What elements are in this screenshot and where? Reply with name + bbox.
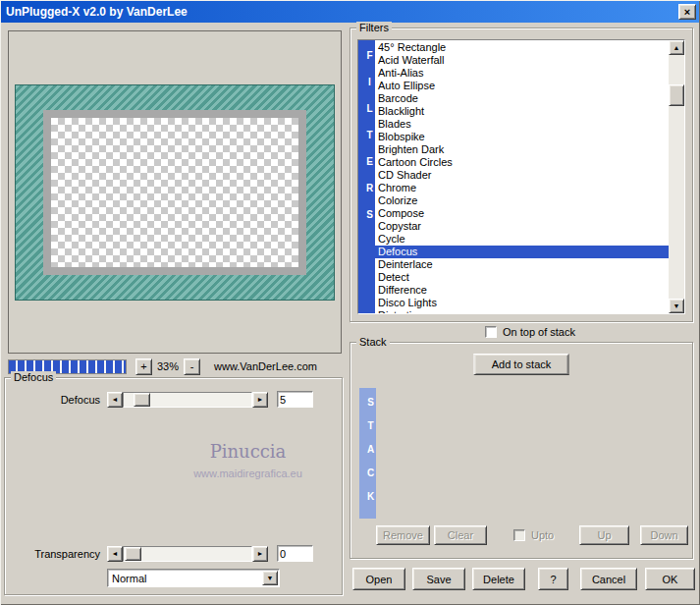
- zoom-out-button[interactable]: -: [184, 358, 200, 375]
- filter-item[interactable]: Blobspike: [375, 131, 669, 143]
- filter-item[interactable]: Deinterlace: [375, 258, 669, 271]
- filters-inner: FILTERS 45° RectangleAcid WaterfallAnti-…: [357, 39, 685, 314]
- cancel-button[interactable]: Cancel: [580, 568, 637, 590]
- vendor-website: www.VanDerLee.com: [214, 360, 317, 372]
- defocus-label: Defocus: [11, 394, 107, 406]
- preview-panel[interactable]: [8, 30, 342, 354]
- remove-button: Remove: [376, 525, 430, 545]
- filter-item[interactable]: Colorize: [375, 194, 669, 207]
- upto-checkbox: [513, 529, 525, 541]
- defocus-slider-thumb[interactable]: [134, 393, 150, 407]
- plugin-dialog: UnPlugged-X v2.0 by VanDerLee × + 33% - …: [0, 0, 700, 605]
- help-button[interactable]: ?: [538, 568, 568, 590]
- defocus-param-row: Defocus ◄ ►: [11, 391, 336, 408]
- watermark-url: www.maidiregrafica.eu: [152, 468, 344, 479]
- defocus-slider-right-arrow-icon[interactable]: ►: [252, 392, 268, 408]
- defocus-group: Defocus Defocus ◄ ► Pinuccia www.maidire…: [4, 377, 343, 595]
- blend-mode-value: Normal: [112, 573, 146, 584]
- filter-item[interactable]: Auto Ellipse: [375, 80, 669, 92]
- zoom-in-button[interactable]: +: [135, 358, 152, 375]
- defocus-slider-left-arrow-icon[interactable]: ◄: [107, 392, 123, 408]
- scroll-up-icon[interactable]: ▲: [669, 40, 684, 55]
- zoom-row: + 33% - www.VanDerLee.com: [8, 358, 342, 375]
- footer-buttons: Open Save Delete ? Cancel OK: [352, 568, 695, 590]
- transparency-label: Transparency: [11, 548, 107, 560]
- filter-item[interactable]: Anti-Alias: [375, 67, 669, 80]
- up-button: Up: [579, 525, 629, 545]
- stack-group: Stack Add to stack STACK Remove Clear Up…: [350, 342, 693, 559]
- open-button[interactable]: Open: [352, 568, 405, 590]
- filter-item[interactable]: Blacklight: [375, 105, 669, 118]
- filter-item[interactable]: CD Shader: [375, 169, 669, 182]
- blend-mode-row: Normal ▼: [107, 569, 280, 587]
- filters-listbox: FILTERS 45° RectangleAcid WaterfallAnti-…: [357, 39, 685, 314]
- on-top-of-stack-checkbox[interactable]: [485, 326, 497, 338]
- filter-item[interactable]: Disco Lights: [375, 297, 669, 309]
- filters-scrollbar[interactable]: ▲ ▼: [669, 40, 684, 313]
- filter-item[interactable]: Copystar: [375, 220, 669, 233]
- zoom-value: 33%: [152, 360, 184, 372]
- filters-group-title: Filters: [356, 22, 392, 33]
- filter-item[interactable]: Difference: [375, 284, 669, 297]
- close-button[interactable]: ×: [678, 4, 696, 20]
- save-button[interactable]: Save: [412, 568, 465, 590]
- down-button: Down: [640, 525, 688, 545]
- ok-button[interactable]: OK: [645, 568, 695, 590]
- transparency-slider-left-arrow-icon[interactable]: ◄: [107, 546, 123, 562]
- watermark: Pinuccia www.maidiregrafica.eu: [152, 441, 344, 479]
- transparency-slider-right-arrow-icon[interactable]: ►: [252, 546, 268, 562]
- filters-group: Filters FILTERS 45° RectangleAcid Waterf…: [350, 28, 693, 322]
- filter-item[interactable]: Defocus: [375, 246, 669, 258]
- clear-button: Clear: [434, 525, 487, 545]
- window-title: UnPlugged-X v2.0 by VanDerLee: [6, 5, 188, 19]
- stack-group-title: Stack: [356, 336, 390, 348]
- watermark-name: Pinuccia: [152, 441, 344, 462]
- upto-row: Upto: [513, 529, 554, 541]
- filters-list: 45° RectangleAcid WaterfallAnti-AliasAut…: [375, 40, 669, 313]
- filter-item[interactable]: Cycle: [375, 233, 669, 246]
- close-icon: ×: [684, 6, 690, 18]
- filter-item[interactable]: Distortion: [375, 309, 669, 313]
- filter-item[interactable]: Barcode: [375, 92, 669, 105]
- transparency-slider-track[interactable]: [123, 546, 252, 562]
- transparency-value-input[interactable]: [277, 545, 313, 562]
- defocus-value-input[interactable]: [277, 391, 313, 408]
- transparency-param-row: Transparency ◄ ►: [11, 545, 336, 562]
- transparency-checkerboard: [43, 110, 306, 275]
- filter-item[interactable]: Acid Waterfall: [375, 54, 669, 67]
- filter-item[interactable]: Compose: [375, 207, 669, 220]
- scrollbar-thumb[interactable]: [669, 84, 684, 106]
- scrollbar-track[interactable]: [669, 55, 684, 299]
- transparency-slider-thumb[interactable]: [125, 547, 141, 561]
- stack-vertical-label: STACK: [359, 388, 376, 519]
- blend-mode-combobox[interactable]: Normal ▼: [107, 569, 280, 587]
- defocus-group-title: Defocus: [11, 371, 56, 383]
- defocus-slider-track[interactable]: [123, 392, 252, 408]
- filter-item[interactable]: Chrome: [375, 182, 669, 194]
- scroll-down-icon[interactable]: ▼: [669, 299, 684, 313]
- filter-item[interactable]: Detect: [375, 271, 669, 284]
- on-top-of-stack-row: On top of stack: [485, 326, 575, 338]
- add-to-stack-button[interactable]: Add to stack: [474, 354, 569, 375]
- preview-image: [15, 84, 335, 301]
- filter-item[interactable]: 45° Rectangle: [375, 41, 669, 54]
- filter-item[interactable]: Brighten Dark: [375, 143, 669, 156]
- upto-label: Upto: [531, 529, 554, 541]
- delete-button[interactable]: Delete: [472, 568, 525, 590]
- filters-vertical-label: FILTERS: [358, 40, 375, 313]
- filter-item[interactable]: Blades: [375, 118, 669, 131]
- titlebar[interactable]: UnPlugged-X v2.0 by VanDerLee ×: [1, 1, 699, 23]
- on-top-of-stack-label: On top of stack: [503, 326, 575, 338]
- filter-item[interactable]: Cartoon Circles: [375, 156, 669, 169]
- combo-dropdown-icon[interactable]: ▼: [262, 571, 278, 585]
